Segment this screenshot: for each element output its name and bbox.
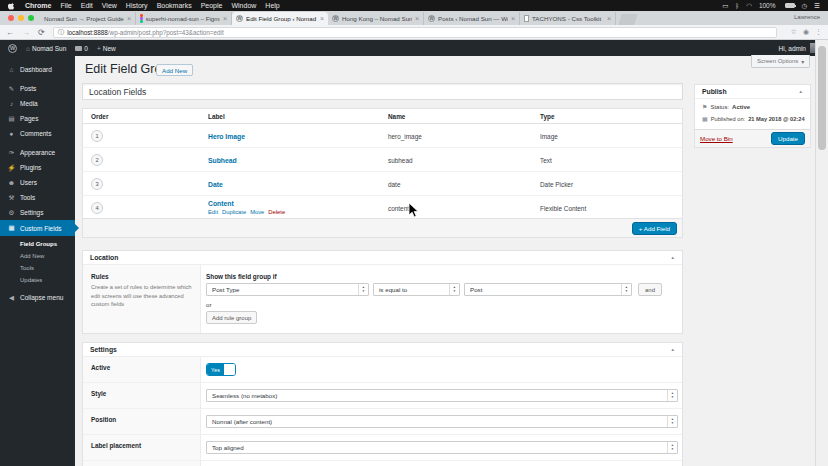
submenu-add-new[interactable]: Add New [0, 250, 75, 262]
back-icon[interactable]: ← [6, 28, 14, 37]
field-label-link[interactable]: Hero Image [208, 132, 245, 139]
move-to-bin-link[interactable]: Move to Bin [700, 135, 733, 142]
rule-operator-select[interactable]: is equal to ▴▾ [373, 283, 460, 296]
browser-menu-icon[interactable]: ⋮ [815, 28, 822, 36]
sidebar-item-comments[interactable]: ●Comments [0, 126, 75, 141]
address-bar[interactable]: ⓘ localhost:8888 /wp-admin/post.php?post… [53, 27, 777, 38]
sidebar-item-posts[interactable]: ✎Posts [0, 81, 75, 96]
wifi-icon[interactable]: ◠ [746, 2, 752, 10]
close-tab-icon[interactable]: × [223, 15, 227, 22]
sidebar-item-appearance[interactable]: ✑Appearance [0, 145, 75, 160]
and-rule-button[interactable]: and [638, 283, 662, 296]
tab-tachyons[interactable]: TACHYONS - Css Toolkit × [520, 12, 616, 25]
submenu-tools[interactable]: Tools [0, 262, 75, 274]
add-rule-group-button[interactable]: Add rule group [206, 311, 257, 324]
apple-icon[interactable] [8, 2, 15, 10]
tab-hong-kong[interactable]: W Hong Kong – Nomad Sun × [328, 12, 424, 25]
sidebar-item-dashboard[interactable]: ⌂Dashboard [0, 62, 75, 77]
order-handle[interactable]: 1 [91, 130, 103, 142]
menu-file[interactable]: File [60, 2, 71, 9]
tab-edit-field-group-active[interactable]: W Edit Field Group ‹ Nomad Su × [232, 12, 328, 25]
tab-project-guide[interactable]: Nomad Sun → Project Guide × [40, 12, 136, 25]
page-info-icon[interactable]: ⓘ [58, 28, 65, 37]
close-tab-icon[interactable]: × [607, 15, 611, 22]
bluetooth-icon[interactable]: ᛒ [735, 2, 739, 9]
duplicate-action[interactable]: Duplicate [222, 209, 246, 215]
panel-toggle-icon[interactable]: ▲ [671, 347, 675, 352]
display-icon[interactable]: ▭ [722, 2, 728, 10]
edit-action[interactable]: Edit [208, 209, 218, 215]
field-label-link[interactable]: Date [208, 180, 223, 187]
minimize-window-button[interactable] [18, 15, 24, 21]
sidebar-item-users[interactable]: ☻Users [0, 175, 75, 190]
adminbar-site-link[interactable]: ⌂ Nomad Sun [26, 45, 66, 52]
notification-center-icon[interactable]: ☰ [814, 2, 820, 10]
menu-people[interactable]: People [201, 2, 223, 9]
rule-param-select[interactable]: Post Type ▴▾ [206, 283, 369, 296]
close-tab-icon[interactable]: × [415, 15, 419, 22]
menu-view[interactable]: View [102, 2, 117, 9]
submenu-updates[interactable]: Updates [0, 274, 75, 286]
menu-help[interactable]: Help [265, 2, 279, 9]
field-row-date[interactable]: 3 Date date Date Picker [83, 172, 682, 196]
page-scrollbar[interactable] [815, 40, 828, 466]
field-label-link[interactable]: Subhead [208, 156, 237, 163]
scrollbar-thumb[interactable] [818, 46, 826, 150]
delete-action[interactable]: Delete [268, 209, 285, 215]
settings-panel-header[interactable]: Settings ▲ [83, 343, 682, 357]
extension-icon[interactable]: ◉ [803, 28, 809, 36]
adminbar-new-link[interactable]: + New [97, 45, 116, 52]
field-row-content[interactable]: 4 Content Edit Duplicate Move Delete con… [83, 196, 682, 220]
sidebar-item-tools[interactable]: ⚒Tools [0, 190, 75, 205]
submenu-field-groups[interactable]: Field Groups [0, 238, 75, 250]
sidebar-item-custom-fields[interactable]: ▦Custom Fields [0, 220, 75, 236]
rule-value-select[interactable]: Post ▴▾ [464, 283, 632, 296]
style-select[interactable]: Seamless (no metabox) ▴▾ [206, 389, 678, 402]
order-handle[interactable]: 2 [91, 154, 103, 166]
panel-toggle-icon[interactable]: ▲ [799, 89, 803, 94]
close-tab-icon[interactable]: × [320, 15, 324, 22]
close-tab-icon[interactable]: × [127, 15, 131, 22]
order-handle[interactable]: 4 [91, 202, 103, 214]
bookmark-star-icon[interactable]: ☆ [791, 28, 797, 36]
reload-icon[interactable]: ⟳ [38, 28, 45, 37]
sidebar-item-media[interactable]: ♪Media [0, 96, 75, 111]
label-placement-select[interactable]: Top aligned ▴▾ [206, 441, 678, 454]
screen-options-button[interactable]: Screen Options ▾ [751, 55, 810, 68]
publish-panel-header[interactable]: Publish ▲ [695, 85, 810, 99]
new-tab-button[interactable] [618, 14, 638, 25]
wordpress-logo-icon[interactable]: W [8, 44, 17, 53]
move-action[interactable]: Move [250, 209, 264, 215]
menu-window[interactable]: Window [231, 2, 256, 9]
menu-bookmarks[interactable]: Bookmarks [157, 2, 192, 9]
menu-edit[interactable]: Edit [81, 2, 93, 9]
order-handle[interactable]: 3 [91, 178, 103, 190]
position-select[interactable]: Normal (after content) ▴▾ [206, 415, 678, 428]
add-field-button[interactable]: + Add Field [632, 222, 677, 235]
browser-profile-name[interactable]: Lawrence [794, 14, 820, 20]
location-panel-header[interactable]: Location ▲ [83, 251, 682, 265]
close-tab-icon[interactable]: × [511, 15, 515, 22]
adminbar-comments-link[interactable]: 0 [75, 45, 88, 52]
tab-figma[interactable]: superhi-nomad-sun – Figma × [136, 12, 232, 25]
menubar-app-name[interactable]: Chrome [25, 2, 51, 9]
forward-icon[interactable]: → [22, 28, 30, 37]
field-group-title-input[interactable] [82, 83, 683, 100]
tab-posts[interactable]: W Posts ‹ Nomad Sun — WordP × [424, 12, 520, 25]
zoom-window-button[interactable] [28, 15, 34, 21]
field-row-subhead[interactable]: 2 Subhead subhead Text [83, 148, 682, 172]
update-button[interactable]: Update [771, 132, 805, 145]
sidebar-item-pages[interactable]: ▤Pages [0, 111, 75, 126]
close-window-button[interactable] [8, 15, 14, 21]
collapse-menu-button[interactable]: ◀Collapse menu [0, 290, 75, 305]
field-row-hero-image[interactable]: 1 Hero Image hero_image Image [83, 124, 682, 148]
active-toggle[interactable]: Yes [206, 363, 236, 376]
add-new-button[interactable]: Add New [156, 64, 193, 76]
sidebar-item-settings[interactable]: ⚙Settings [0, 205, 75, 220]
menu-history[interactable]: History [126, 2, 148, 9]
adminbar-account-link[interactable]: Hi, admin [779, 45, 806, 52]
panel-toggle-icon[interactable]: ▲ [671, 255, 675, 260]
field-label-link[interactable]: Content [208, 200, 234, 207]
clock-icon[interactable]: ◷ [802, 2, 808, 10]
sidebar-item-plugins[interactable]: ⚡Plugins [0, 160, 75, 175]
